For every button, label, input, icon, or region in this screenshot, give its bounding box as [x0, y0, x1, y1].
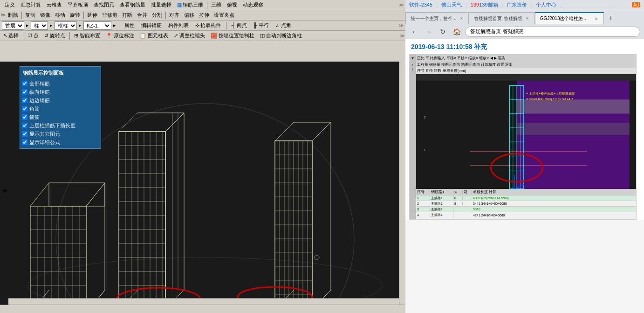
menu-define[interactable]: 定义 [2, 0, 18, 9]
checkbox-corner-input[interactable] [22, 106, 27, 111]
combo-row: 首层 ▸ 柱 ▸ 框柱 ▸ KZ-1 ▸ 属性 编辑钢筋 构件列表 ⊹拾取构件 … [0, 21, 405, 31]
tool-offset[interactable]: 偏移 [182, 11, 197, 20]
refresh-button[interactable]: ↻ [437, 26, 448, 37]
tool-move[interactable]: 移动 [53, 11, 68, 20]
tool-grip[interactable]: 设置夹点 [212, 11, 237, 20]
sep5 [119, 22, 119, 29]
checkbox-show-other-input[interactable] [22, 131, 27, 137]
element-subtype-select[interactable]: 框柱 [55, 21, 77, 30]
tool-delete[interactable]: 删除 [6, 11, 21, 20]
checkbox-show-other[interactable]: 显示其它图元 [22, 130, 99, 138]
home-button[interactable]: 🏠 [451, 26, 462, 37]
level-select[interactable]: 首层 [2, 21, 24, 30]
separator-4: | [531, 2, 532, 8]
browser-software-link[interactable]: 软件-2345 [409, 1, 432, 8]
checkbox-insert-length-input[interactable] [22, 123, 27, 128]
btn-adjust-end[interactable]: ⤢ 调整柱端头 [171, 31, 207, 40]
combo-sep4: ▸ [113, 22, 116, 28]
sep6 [226, 22, 226, 29]
btn-smart-layout[interactable]: ⊞ 智能布置 [72, 31, 103, 40]
select-icon: ↖ [3, 33, 7, 39]
tab3-label: GGJ2013这个暗柱怎么设... [540, 15, 591, 22]
btn-edit-rebar[interactable]: 编辑钢筋 [139, 21, 164, 30]
browser-tab-3[interactable]: GGJ2013这个暗柱怎么设... × [535, 12, 604, 24]
btn-rotate-point[interactable]: ↺ 旋转点 [42, 31, 68, 40]
tool-extend[interactable]: 延伸 [85, 11, 100, 20]
back-button[interactable]: ← [409, 26, 420, 37]
tool-merge[interactable]: 合并 [135, 11, 150, 20]
tool-split[interactable]: 分割 [150, 11, 164, 20]
browser-tab-2[interactable]: 答疑解惑首页-答疑解惑 × [469, 12, 534, 24]
checkbox-edge-input[interactable] [22, 97, 27, 103]
menu-find[interactable]: 查找图元 [91, 0, 117, 9]
v-scrollbar[interactable] [399, 62, 405, 305]
menu-top-view[interactable]: 俯视 [224, 0, 240, 9]
btn-auto-corner[interactable]: ◫ 自动判断边角柱 [258, 31, 304, 40]
btn-property[interactable]: 属性 [122, 21, 137, 30]
btn-point-angle[interactable]: ∠ 点角 [273, 21, 294, 30]
table-row3-length: 5010 [472, 208, 636, 211]
btn-two-point[interactable]: ┤ 两点 [229, 21, 249, 30]
checkbox-all-rebar[interactable]: 全部钢筋 [22, 79, 99, 88]
checkbox-longitudinal[interactable]: 纵向钢筋 [22, 88, 99, 96]
btn-point[interactable]: ☑ 点 [25, 31, 41, 40]
checkbox-stirrup[interactable]: 箍筋 [22, 113, 99, 121]
tool-trim[interactable]: 非修剪 [100, 11, 120, 20]
menu-batch[interactable]: 批量选择 [148, 0, 174, 9]
table-row2-dia: 8 [453, 202, 463, 205]
table-row2-seq: 2 [416, 202, 430, 205]
btn-in-place-mark[interactable]: 📍 原位标注 [103, 31, 137, 40]
checkbox-insert-length[interactable]: 上层柱插筋下插长度 [22, 121, 99, 130]
menu-cloud[interactable]: 云检查 [44, 0, 65, 9]
btn-column-table[interactable]: 📋 图元柱表 [137, 31, 171, 40]
menu-calc[interactable]: 汇总计算 [18, 0, 44, 9]
mini-left-strip: ▲ 1 2 [410, 55, 416, 219]
checkbox-show-formula[interactable]: 显示详细公式 [22, 138, 99, 146]
h-scrollbar[interactable] [8, 298, 399, 305]
checkbox-stirrup-input[interactable] [22, 114, 27, 120]
checkbox-edge[interactable]: 边边钢筋 [22, 96, 99, 104]
element-type-select[interactable]: 柱 [31, 21, 48, 30]
tool-mirror[interactable]: 镜像 [38, 11, 53, 20]
btn-parallel[interactable]: ╟ 平行 [251, 21, 271, 30]
new-tab-button[interactable]: + [604, 12, 617, 24]
btn-component-list[interactable]: 构件列表 [166, 21, 191, 30]
browser-user-link[interactable]: 个人中心 [536, 1, 556, 8]
tool-copy[interactable]: 复制 [23, 11, 38, 20]
table-header-item: 钢筋路1 [430, 189, 453, 195]
tab1-close[interactable]: × [458, 15, 465, 22]
menu-rebar-qty[interactable]: 查看钢筋量 [117, 0, 148, 9]
btn-select[interactable]: ↖选择 [1, 31, 21, 40]
btn-pick[interactable]: ⊹拾取构件 [193, 21, 223, 30]
tool-stretch[interactable]: 拉伸 [197, 11, 212, 20]
tool-align[interactable]: 对齐 [167, 11, 182, 20]
svg-text:1: 1 [424, 148, 426, 152]
tab3-close[interactable]: × [593, 15, 600, 22]
menu-dynamic[interactable]: 动态观察 [240, 0, 266, 9]
table-header-length: 单根长度 计算 [472, 189, 636, 195]
tab2-close[interactable]: × [524, 15, 531, 22]
checkbox-longitudinal-input[interactable] [22, 89, 27, 95]
checkbox-corner[interactable]: 角筋 [22, 104, 99, 113]
btn-wall-draw[interactable]: 🧱 按墙位置绘制柱 [208, 31, 257, 40]
table-row1-length: 4000 Nm(2960+14.5*60) [472, 196, 636, 200]
table-row1-dia: 8 [453, 196, 463, 200]
checkbox-all-rebar-label: 全部钢筋 [29, 79, 50, 88]
browser-tab-1[interactable]: 统一一个主页，整个... × [405, 12, 469, 24]
menu-3d-label: 三维 [211, 1, 221, 8]
browser-mail-link[interactable]: 139139邮箱 [471, 1, 498, 8]
tool-break[interactable]: 打断 [120, 11, 135, 20]
browser-price-link[interactable]: 广东造价 [507, 1, 527, 8]
checkbox-show-formula-input[interactable] [22, 139, 27, 145]
tool-rotate[interactable]: 旋转 [68, 11, 82, 20]
address-input[interactable] [465, 27, 640, 37]
browser-top-bar: 软件-2345 | 佛山天气 | 139139邮箱 | 广东造价 | 个人中心 … [405, 0, 644, 10]
forward-button[interactable]: → [423, 26, 434, 37]
menu-3d[interactable]: 三维 [208, 0, 224, 9]
browser-weather-link[interactable]: 佛山天气 [441, 1, 462, 8]
menu-rebar3d[interactable]: ▦ 钢筋三维 [174, 0, 206, 9]
menu-align[interactable]: 平齐板顶 [65, 0, 91, 9]
combo-sep1: ▸ [26, 22, 29, 28]
checkbox-all-rebar-input[interactable] [22, 81, 27, 86]
element-id-select[interactable]: KZ-1 [83, 21, 111, 30]
